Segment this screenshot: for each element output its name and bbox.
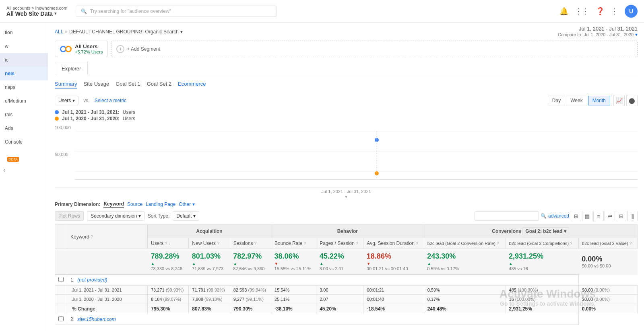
sidebar-collapse-btn[interactable]: ‹ <box>0 165 48 175</box>
pivot-view-btn[interactable]: ⇌ <box>605 211 615 221</box>
sidebar-item-console[interactable]: Console <box>0 135 48 149</box>
sort-type-dropdown[interactable]: Default ▾ <box>173 211 199 221</box>
sidebar-item-1[interactable]: w <box>0 39 48 53</box>
add-segment[interactable]: + + Add Segment <box>111 41 638 57</box>
col-pages-session[interactable]: Pages / Session ? <box>316 238 363 249</box>
month-button[interactable]: Month <box>588 96 610 105</box>
dim-source[interactable]: Source <box>127 201 142 207</box>
metric-dropdown[interactable]: Users ▾ <box>55 96 78 105</box>
col-goal-value[interactable]: b2c lead (Goal 2 Value) ? <box>578 238 637 249</box>
pct-goal-conv: 240.48% <box>424 304 506 314</box>
compare-date: Jul 1, 2020 - Jul 31, 2020 <box>584 32 634 37</box>
bounce-arrow <box>275 261 279 266</box>
legend-date-2: Jul 1, 2020 - Jul 31, 2020: <box>62 116 120 121</box>
bounce-sub: 15.55% vs 25.11% <box>275 266 313 271</box>
nav-right: 🔔 ⋮⋮ ❓ ⋮ U <box>559 5 638 18</box>
secondary-dimension-dropdown[interactable]: Secondary dimension ▾ <box>87 211 144 221</box>
sidebar-item-organic[interactable]: ic <box>0 53 48 67</box>
dim-landing-page[interactable]: Landing Page <box>146 201 175 207</box>
pie-chart-btn[interactable]: ⬤ <box>626 95 638 106</box>
sidebar-item-sourcemedium[interactable]: e/Medium <box>0 94 48 108</box>
breadcrumb-bar: ALL » DEFAULT CHANNEL GROUPING: Organic … <box>55 23 638 41</box>
sidebar-item-treemaps[interactable]: naps <box>0 80 48 94</box>
col-sessions[interactable]: Sessions ? <box>230 238 271 249</box>
chart-svg <box>55 123 638 187</box>
top-nav: All accounts > inewhomes.com All Web Sit… <box>0 0 644 23</box>
col-users[interactable]: Users ? ↓ <box>148 238 189 249</box>
line-chart-btn[interactable]: 📈 <box>613 95 625 106</box>
conversions-header: Conversions Goal 2: b2c lead ▾ <box>424 225 637 238</box>
account-info: All accounts > inewhomes.com All Web Sit… <box>6 6 71 17</box>
table-pct-row: % Change 795.30% 807.83% 790.30% -38.10%… <box>55 304 638 314</box>
row2-keyword-cell: 2. site:15hubert.com <box>67 314 579 325</box>
property-name: All Web Site Data <box>6 10 53 17</box>
apps-icon[interactable]: ⋮⋮ <box>575 7 589 16</box>
all-users-segment[interactable]: All Users +5.72% Users <box>55 41 108 57</box>
goal-comp-help-icon: ? <box>570 241 572 246</box>
users-sort-icon: ↓ <box>169 241 171 246</box>
row2-keyword[interactable]: site:15hubert.com <box>77 317 116 322</box>
breadcrumb-all[interactable]: ALL <box>55 29 63 35</box>
row2-check-input[interactable] <box>58 316 64 321</box>
sidebar-item-channels[interactable]: nels <box>0 67 48 80</box>
week-button[interactable]: Week <box>566 96 587 105</box>
help-icon[interactable]: ❓ <box>596 7 605 16</box>
grid-view-btn[interactable]: ⊞ <box>571 211 581 221</box>
sidebar-item-ads[interactable]: Ads <box>0 121 48 135</box>
sub-tab-goal-set-2[interactable]: Goal Set 2 <box>147 80 171 88</box>
list-view-btn[interactable]: ≡ <box>593 211 604 221</box>
column-view-btn[interactable]: ||| <box>627 211 638 221</box>
more-options-icon[interactable]: ⋮ <box>611 7 618 16</box>
row1-keyword[interactable]: (not provided) <box>77 277 107 283</box>
users-arrow <box>151 261 155 266</box>
sub-tab-goal-set-1[interactable]: Goal Set 1 <box>116 80 140 88</box>
table-search-icon[interactable]: 🔍 <box>541 213 547 219</box>
chart-x-label: Jul 1, 2021 - Jul 31, 2021 <box>55 189 638 194</box>
date-range-current[interactable]: Jul 1, 2021 - Jul 31, 2021 <box>558 26 638 32</box>
dim-keyword[interactable]: Keyword <box>103 201 124 208</box>
pct-goal-value: 0.00% <box>578 304 637 314</box>
col-goal-completions[interactable]: b2c lead (Goal 2 Completions) ? <box>506 238 578 249</box>
beta-section: BETA <box>0 154 48 165</box>
search-bar[interactable]: 🔍 Try searching for "audience overview" <box>76 6 277 17</box>
sub-tab-ecommerce[interactable]: Ecommerce <box>178 80 206 88</box>
col-checkbox <box>55 225 67 249</box>
select-metric-link[interactable]: Select a metric <box>95 98 126 103</box>
channel-dropdown-icon[interactable]: ▾ <box>180 29 183 35</box>
sidebar-item-0[interactable]: tion <box>0 26 48 39</box>
row2-checkbox[interactable] <box>55 314 67 325</box>
dim-other[interactable]: Other ▾ <box>179 201 194 207</box>
account-path: All accounts > inewhomes.com <box>6 6 71 10</box>
col-goal-conv-rate[interactable]: b2c lead (Goal 2 Conversion Rate) ? <box>424 238 506 249</box>
sub-tab-summary[interactable]: Summary <box>55 80 77 88</box>
users-sub: 73,330 vs 8,246 <box>151 266 186 271</box>
legend-row-1: Jul 1, 2021 - Jul 31, 2021: Users <box>55 109 638 115</box>
bar-view-btn[interactable]: ▦ <box>582 211 592 221</box>
totals-users: 789.28% 73,330 vs 8,246 <box>148 249 189 275</box>
row1-checkbox[interactable] <box>55 275 67 286</box>
sub1-label: Jul 1, 2021 - Jul 31, 2021 <box>67 286 148 295</box>
col-avg-session[interactable]: Avg. Session Duration ? <box>363 238 424 249</box>
day-button[interactable]: Day <box>548 96 565 105</box>
col-new-users[interactable]: New Users ? <box>189 238 230 249</box>
col-bounce-rate[interactable]: Bounce Rate ? <box>271 238 316 249</box>
explorer-tab[interactable]: Explorer <box>55 62 88 75</box>
chart-expand-btn[interactable]: ▼ <box>55 194 638 199</box>
sub2-checkbox <box>55 295 67 304</box>
advanced-link[interactable]: advanced <box>548 213 569 219</box>
compare-view-btn[interactable]: ⊟ <box>616 211 626 221</box>
date-range-dropdown-icon[interactable]: ▾ <box>635 32 638 37</box>
table-search-input[interactable] <box>475 211 539 221</box>
row1-check-input[interactable] <box>58 277 64 282</box>
sub-tab-site-usage[interactable]: Site Usage <box>84 80 109 88</box>
goal-dropdown[interactable]: Goal 2: b2c lead ▾ <box>522 227 569 235</box>
sub1-bounce: 15.54% <box>271 286 316 295</box>
plot-rows-btn[interactable]: Plot Rows <box>55 211 84 221</box>
sidebar-item-referrals[interactable]: rals <box>0 108 48 121</box>
notifications-icon[interactable]: 🔔 <box>559 7 568 16</box>
goal-comp-sub: 485 vs 16 <box>509 266 575 271</box>
sort-type-label: Sort Type: <box>148 213 169 219</box>
table-search-right: 🔍 advanced ⊞ ▦ ≡ ⇌ ⊟ ||| <box>475 211 638 221</box>
property-dropdown-icon[interactable]: ▾ <box>54 11 57 16</box>
avatar[interactable]: U <box>625 5 638 18</box>
